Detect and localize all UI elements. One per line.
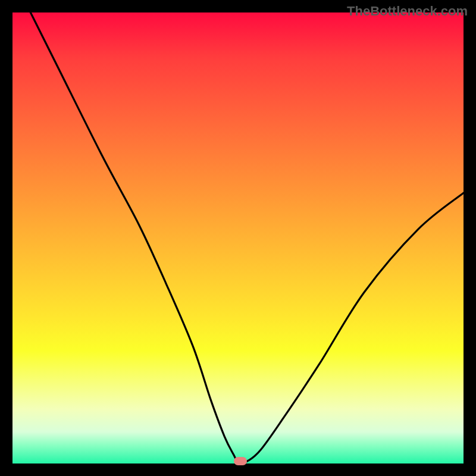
optimal-point-marker xyxy=(234,457,247,465)
chart-plot-area xyxy=(12,12,464,464)
watermark-text: TheBottleneck.com xyxy=(347,4,468,19)
bottleneck-curve xyxy=(12,12,464,464)
